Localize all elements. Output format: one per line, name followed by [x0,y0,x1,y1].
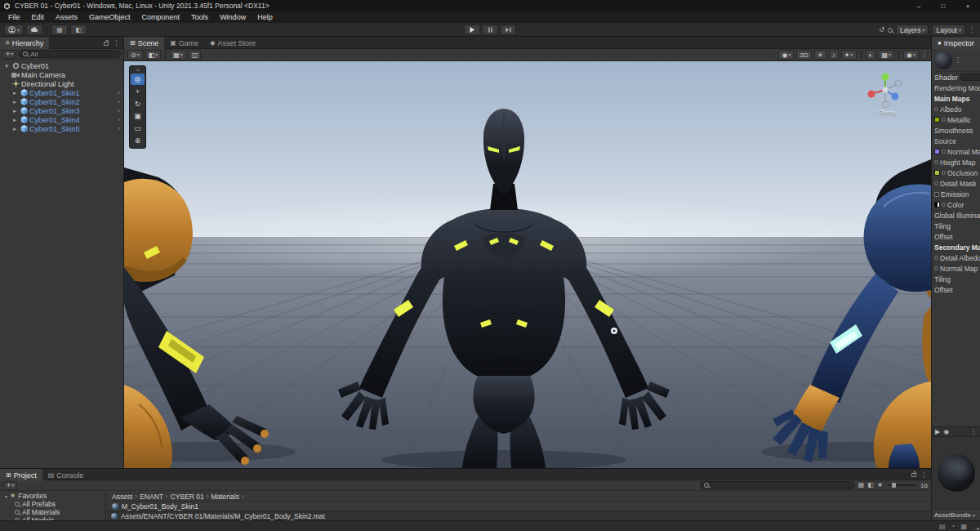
preview-menu-icon[interactable]: ⋮ [970,428,977,435]
hierarchy-item-skin3[interactable]: ▸ Cyber01_Skin3 › [0,106,123,115]
texture-slot-icon[interactable] [934,160,938,164]
breadcrumb-assets[interactable]: Assets [112,493,133,501]
tool-handle-rotation-dropdown[interactable]: ◧▾ [145,50,162,60]
detail-mask-field[interactable]: Detail Mask [932,178,980,189]
step-button[interactable] [500,25,516,35]
2d-toggle-button[interactable]: 2D [796,50,811,60]
texture-slot-icon[interactable] [934,266,938,270]
tab-hierarchy[interactable]: ≡ Hierarchy [0,37,49,49]
tab-asset-store[interactable]: ◆ Asset Store [204,37,261,49]
axis-gizmo-icon[interactable] [863,69,907,110]
menu-file[interactable]: File [2,11,26,23]
texture-slot-icon[interactable] [942,149,946,154]
overlay-drag-handle[interactable]: ≡ [136,67,139,73]
scene-visibility-toggle[interactable]: ◐ [866,50,876,60]
search-by-label-icon[interactable]: ◧ [867,482,874,489]
tiling-field[interactable]: Tiling [932,221,980,231]
breadcrumb-enant[interactable]: ENANT [140,493,163,501]
layout-dropdown[interactable]: Layout ▾ [932,25,965,35]
hierarchy-item-skin1[interactable]: ▸ Cyber01_Skin1 › [0,88,123,97]
texture-slot-icon[interactable] [934,107,938,111]
albedo-field[interactable]: Albedo [932,104,980,114]
offset-field[interactable]: Offset [932,231,980,242]
emission-checkbox-row[interactable]: Emission [932,189,980,199]
panel-menu-icon[interactable]: ⋮ [920,471,928,479]
menu-edit[interactable]: Edit [26,11,51,23]
scene-viewport[interactable]: ≡ ◎ + ↻ ▣ ▭ ⊕ [124,61,931,468]
rendering-mode-field[interactable]: Rendering Mode [932,83,980,93]
prefab-open-chevron[interactable]: › [118,116,123,123]
asset-bundle-row[interactable]: AssetBundle ▾ [932,509,980,520]
undo-history-icon[interactable]: ↺ [879,27,884,33]
status-console-icon[interactable]: ▤ [939,523,946,530]
occlusion-field[interactable]: Occlusion [932,167,980,178]
texture-slot-icon[interactable] [942,171,946,175]
source-field[interactable]: Source [932,136,980,146]
scale-tool-button[interactable]: ▣ [131,110,145,122]
status-activity-icon[interactable]: ◔ [951,523,956,530]
tab-game[interactable]: ▣ Game [164,37,204,49]
global-illumination-field[interactable]: Global Illumination [932,210,980,221]
favorite-all-prefabs[interactable]: All Prefabs [0,500,105,508]
preview-play-icon[interactable]: ▶ [935,428,940,435]
snap-increment-button[interactable]: ◫ [189,50,202,60]
shader-row[interactable]: Shader [932,72,980,83]
move-tool-button[interactable]: + [131,86,145,97]
tab-project[interactable]: ⊞ Project [0,469,42,481]
menu-help[interactable]: Help [252,11,278,23]
maximize-button[interactable]: □ [931,0,956,11]
scene-lighting-toggle[interactable]: ☀ [814,50,826,60]
collapsed-arrow-icon[interactable]: ▸ [11,108,18,114]
tab-console[interactable]: ▤ Console [42,469,90,481]
metallic-field[interactable]: Metallic [932,114,980,125]
secondary-tiling-field[interactable]: Tiling [932,274,980,284]
play-button[interactable] [464,25,480,35]
hierarchy-item-skin2[interactable]: ▸ Cyber01_Skin2 › [0,97,123,106]
grid-visibility-dropdown[interactable]: ▦▾ [878,50,894,60]
material-menu-icon[interactable]: ⋮ [955,57,961,64]
transform-tool-button[interactable]: ⊕ [131,135,145,146]
status-grid-icon[interactable]: ▦ [960,523,967,530]
scene-audio-toggle[interactable]: ♪ [829,50,839,60]
effects-dropdown[interactable]: ✦▾ [841,50,857,60]
hierarchy-item-skin5[interactable]: ▸ Cyber01_Skin5 › [0,124,123,133]
view-tool-button[interactable]: ◎ [131,74,145,85]
scene-more-icon[interactable]: ⋮ [921,51,928,58]
tab-inspector[interactable]: ● Inspector [932,37,980,49]
project-search-input[interactable] [700,481,855,489]
texture-slot-icon[interactable] [934,256,938,260]
favorites-header[interactable]: ▾ ★ Favorites [0,492,105,500]
texture-slot-icon[interactable] [942,118,946,122]
menu-assets[interactable]: Assets [50,11,83,23]
hierarchy-item-skin4[interactable]: ▸ Cyber01_Skin4 › [0,115,123,124]
hierarchy-item-scene[interactable]: ▾ Cyber01 [0,61,123,70]
minimize-button[interactable]: – [906,0,931,11]
hierarchy-item-directional-light[interactable]: Directional Light [0,79,123,88]
panel-menu-icon[interactable]: ⋮ [113,38,120,47]
search-icon[interactable] [888,28,893,33]
rect-tool-button[interactable]: ▭ [131,123,145,134]
normal-map-field[interactable]: Normal Map [932,146,980,157]
collapsed-arrow-icon[interactable]: ▸ [11,126,18,132]
create-asset-button[interactable]: + ▾ [3,481,17,490]
menu-component[interactable]: Component [136,11,186,23]
prefab-open-chevron[interactable]: › [118,98,123,105]
menu-gameobject[interactable]: GameObject [83,11,136,23]
breadcrumb-materials[interactable]: Materials [211,493,238,501]
orientation-gizmo[interactable]: ‹ Persp [861,69,910,116]
color-swatch[interactable] [934,202,940,207]
slider-thumb[interactable] [892,483,896,488]
hierarchy-item-main-camera[interactable]: Main Camera [0,70,123,79]
scene-viewport-canvas[interactable] [124,61,931,468]
lock-icon[interactable] [911,473,916,477]
thumbnail-size-slider[interactable] [888,484,915,486]
collapsed-arrow-icon[interactable]: ▸ [11,117,18,123]
account-button[interactable]: ▾ [4,25,24,35]
breadcrumb-cyber01[interactable]: CYBER 01 [171,493,204,501]
height-map-field[interactable]: Height Map [932,157,980,167]
hierarchy-search-input[interactable]: All [19,50,121,58]
secondary-normal-map-field[interactable]: Normal Map [932,263,980,274]
shader-dropdown[interactable] [960,74,980,81]
pause-button[interactable] [482,25,498,35]
detail-albedo-field[interactable]: Detail Albedo [932,252,980,263]
